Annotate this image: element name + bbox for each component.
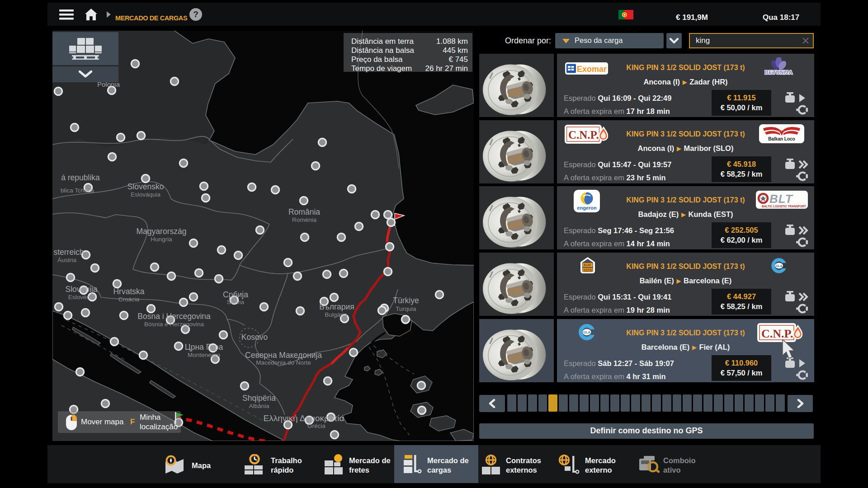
svg-text:Bosna i Hercegovina: Bosna i Hercegovina xyxy=(137,312,211,321)
svg-text:Bósnia e Herzegovina: Bósnia e Herzegovina xyxy=(144,321,204,328)
svg-text:Shqipëria: Shqipëria xyxy=(242,394,276,403)
svg-text:Magyarország: Magyarország xyxy=(137,227,187,236)
svg-text:Montenegro: Montenegro xyxy=(188,352,220,358)
svg-text:Türkiye: Türkiye xyxy=(393,296,419,305)
svg-text:Eslováquia: Eslováquia xyxy=(131,191,161,198)
svg-text:C.N.P.: C.N.P. xyxy=(761,327,793,340)
svg-text:sterreich: sterreich xyxy=(53,248,84,257)
svg-text:OLA: OLA xyxy=(776,264,783,267)
svg-text:Kosovo: Kosovo xyxy=(241,333,268,342)
svg-text:Црна Гора: Црна Гора xyxy=(185,343,223,352)
svg-text:á republika: á republika xyxy=(61,173,100,182)
svg-text:Turquia: Turquia xyxy=(396,305,416,312)
svg-text:Albânia: Albânia xyxy=(249,403,269,409)
svg-text:Slovensko: Slovensko xyxy=(127,182,164,191)
svg-text:Grécia: Grécia xyxy=(307,422,326,429)
svg-text:Србија: Србија xyxy=(223,290,248,299)
svg-text:Hungria: Hungria xyxy=(151,236,172,243)
svg-text:Croácia: Croácia xyxy=(118,296,140,303)
svg-text:Hrvatska: Hrvatska xyxy=(113,287,144,296)
svg-text:România: România xyxy=(288,207,320,216)
svg-text:BETUNIJA: BETUNIJA xyxy=(765,70,793,75)
svg-text:Slovenija: Slovenija xyxy=(65,285,97,294)
svg-text:BLT: BLT xyxy=(769,192,793,206)
svg-text:blica Tcheca: blica Tcheca xyxy=(61,187,94,194)
svg-text:Bulgária: Bulgária xyxy=(325,311,347,318)
svg-text:Macedonia do Norte: Macedonia do Norte xyxy=(256,359,311,366)
svg-text:Áustria: Áustria xyxy=(57,257,77,263)
svg-text:BALTIC LOGISTIC TRANSPORT: BALTIC LOGISTIC TRANSPORT xyxy=(762,205,806,208)
svg-text:България: България xyxy=(319,302,354,311)
svg-text:Eslovénia: Eslovénia xyxy=(68,294,95,300)
svg-text:Ελληνική Δημοκρατία: Ελληνική Δημοκρατία xyxy=(263,413,344,423)
svg-text:Sérvia: Sérvia xyxy=(227,299,245,305)
svg-text:Северна Македонија: Северна Македонија xyxy=(245,351,322,360)
svg-text:Roménia: Roménia xyxy=(292,216,317,223)
svg-text:Balkan Loco: Balkan Loco xyxy=(768,136,795,141)
